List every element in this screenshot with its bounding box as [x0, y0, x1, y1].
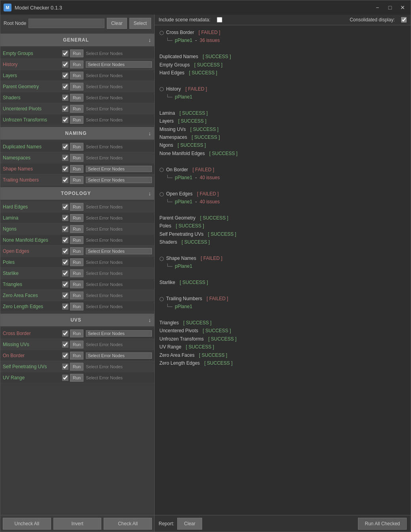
section-arrow-topology[interactable]: ↓: [148, 190, 151, 197]
select-error-unfrozen-transforms[interactable]: Select Error Nodes: [86, 117, 152, 122]
check-list-scroll[interactable]: GENERAL ↓ Empty Groups Run Select Error …: [0, 32, 154, 515]
maximize-button[interactable]: □: [385, 3, 395, 12]
run-hard-edges[interactable]: Run: [70, 203, 83, 211]
select-error-ngons[interactable]: Select Error Nodes: [86, 227, 152, 231]
select-button[interactable]: Select: [129, 18, 151, 29]
select-error-lamina[interactable]: Select Error Nodes: [86, 216, 152, 220]
select-error-zero-area-faces[interactable]: Select Error Nodes: [86, 293, 152, 298]
run-all-checked-button[interactable]: Run All Checked: [358, 518, 407, 530]
select-error-zero-length-edges[interactable]: Select Error Nodes: [86, 304, 152, 309]
run-history[interactable]: Run: [70, 61, 83, 68]
select-error-duplicated-names[interactable]: Select Error Nodes: [86, 144, 152, 149]
run-layers[interactable]: Run: [70, 72, 83, 80]
include-metadata-checkbox[interactable]: [217, 17, 222, 23]
uncheck-all-button[interactable]: Uncheck All: [3, 518, 51, 530]
run-open-edges[interactable]: Run: [70, 247, 83, 255]
run-lamina[interactable]: Run: [70, 214, 83, 222]
check-lamina[interactable]: [62, 215, 68, 221]
result-hard-edges: Hard Edges [ SUCCESS ]: [159, 69, 406, 77]
run-zero-length-edges[interactable]: Run: [70, 303, 83, 310]
check-empty-groups[interactable]: [62, 50, 68, 57]
select-error-uncentered-pivots[interactable]: Select Error Nodes: [86, 106, 152, 111]
select-error-cross-border[interactable]: Select Error Nodes: [86, 330, 152, 337]
root-node-input[interactable]: [28, 19, 104, 28]
invert-button[interactable]: Invert: [53, 518, 102, 530]
run-self-penetrating-uvs[interactable]: Run: [70, 363, 83, 371]
run-shape-names[interactable]: Run: [70, 165, 83, 173]
section-arrow-naming[interactable]: ↓: [148, 130, 151, 136]
check-shaders[interactable]: [62, 95, 68, 101]
select-error-trailing-numbers[interactable]: Select Error Nodes: [86, 177, 152, 183]
run-cross-border[interactable]: Run: [70, 329, 83, 337]
check-poles[interactable]: [62, 259, 68, 265]
select-error-on-border[interactable]: Select Error Nodes: [86, 352, 152, 359]
check-layers[interactable]: [62, 72, 68, 79]
check-shape-names[interactable]: [62, 166, 68, 172]
run-none-manifold-edges[interactable]: Run: [70, 236, 83, 244]
check-cross-border[interactable]: [62, 330, 68, 337]
select-error-layers[interactable]: Select Error Nodes: [86, 73, 152, 78]
run-uv-range[interactable]: Run: [70, 374, 83, 382]
run-missing-uvs[interactable]: Run: [70, 341, 83, 348]
run-poles[interactable]: Run: [70, 258, 83, 266]
run-zero-area-faces[interactable]: Run: [70, 292, 83, 299]
section-arrow-uvs[interactable]: ↓: [148, 317, 151, 323]
select-error-empty-groups[interactable]: Select Error Nodes: [86, 51, 152, 56]
run-namespaces[interactable]: Run: [70, 154, 83, 162]
select-error-history[interactable]: Select Error Nodes: [86, 61, 152, 68]
run-ngons[interactable]: Run: [70, 225, 83, 233]
clear-button[interactable]: Clear: [107, 18, 127, 29]
check-ngons[interactable]: [62, 226, 68, 232]
minimize-button[interactable]: −: [373, 3, 382, 12]
run-duplicated-names[interactable]: Run: [70, 143, 83, 151]
select-error-none-manifold-edges[interactable]: Select Error Nodes: [86, 238, 152, 242]
check-history[interactable]: [62, 61, 68, 68]
results-area[interactable]: ◯ Cross Border [ FAILED ] └─ pPlane1 - 3…: [155, 25, 411, 515]
select-error-poles[interactable]: Select Error Nodes: [86, 260, 152, 265]
check-open-edges[interactable]: [62, 248, 68, 254]
run-on-border[interactable]: Run: [70, 352, 83, 360]
results-clear-button[interactable]: Clear: [177, 518, 202, 530]
check-self-penetrating-uvs[interactable]: [62, 364, 68, 370]
check-zero-area-faces[interactable]: [62, 292, 68, 299]
run-shaders[interactable]: Run: [70, 94, 83, 102]
check-hard-edges[interactable]: [62, 204, 68, 210]
select-error-missing-uvs[interactable]: Select Error Nodes: [86, 342, 152, 347]
check-uv-range[interactable]: [62, 375, 68, 381]
select-error-shape-names[interactable]: Select Error Nodes: [86, 166, 152, 172]
check-starlike[interactable]: [62, 270, 68, 276]
select-error-open-edges[interactable]: Select Error Nodes: [86, 248, 152, 254]
check-trailing-numbers[interactable]: [62, 177, 68, 183]
run-uncentered-pivots[interactable]: Run: [70, 105, 83, 113]
circle-icon-on-border: ◯: [159, 166, 164, 173]
run-starlike[interactable]: Run: [70, 269, 83, 277]
run-empty-groups[interactable]: Run: [70, 49, 83, 57]
check-zero-length-edges[interactable]: [62, 303, 68, 310]
check-none-manifold-edges[interactable]: [62, 237, 68, 243]
check-missing-uvs[interactable]: [62, 341, 68, 348]
select-error-starlike[interactable]: Select Error Nodes: [86, 271, 152, 276]
check-on-border[interactable]: [62, 352, 68, 359]
select-error-namespaces[interactable]: Select Error Nodes: [86, 155, 152, 160]
select-error-triangles[interactable]: Select Error Nodes: [86, 282, 152, 287]
check-all-button[interactable]: Check All: [104, 518, 152, 530]
check-parent-geometry[interactable]: [62, 83, 68, 90]
result-status-empty-groups: [ SUCCESS ]: [194, 61, 222, 69]
section-arrow-general[interactable]: ↓: [148, 37, 151, 43]
check-namespaces[interactable]: [62, 155, 68, 161]
consolidated-display-checkbox[interactable]: [401, 17, 407, 23]
select-error-self-penetrating-uvs[interactable]: Select Error Nodes: [86, 364, 152, 369]
select-error-shaders[interactable]: Select Error Nodes: [86, 95, 152, 100]
check-triangles[interactable]: [62, 281, 68, 288]
check-duplicated-names[interactable]: [62, 144, 68, 150]
select-error-parent-geometry[interactable]: Select Error Nodes: [86, 84, 152, 89]
check-unfrozen-transforms[interactable]: [62, 117, 68, 123]
run-unfrozen-transforms[interactable]: Run: [70, 116, 83, 124]
select-error-hard-edges[interactable]: Select Error Nodes: [86, 204, 152, 209]
close-button[interactable]: ✕: [398, 3, 407, 12]
check-uncentered-pivots[interactable]: [62, 106, 68, 112]
run-parent-geometry[interactable]: Run: [70, 83, 83, 91]
select-error-uv-range[interactable]: Select Error Nodes: [86, 375, 152, 380]
run-trailing-numbers[interactable]: Run: [70, 176, 83, 184]
run-triangles[interactable]: Run: [70, 280, 83, 288]
